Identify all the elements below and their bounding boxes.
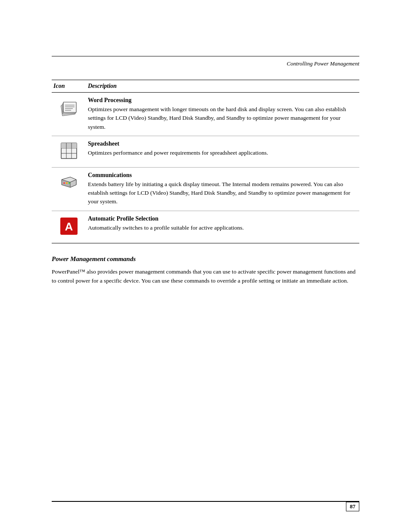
table-row: Spreadsheet Optimizes performance and po… xyxy=(52,136,359,167)
desc-title-auto-profile: Automatic Profile Selection xyxy=(88,215,358,222)
col-icon-header: Icon xyxy=(52,80,86,93)
desc-cell-word-processing: Word Processing Optimizes power manageme… xyxy=(86,93,359,136)
table-row: A Automatic Profile Selection Automatica… xyxy=(52,211,359,243)
svg-rect-2 xyxy=(63,102,76,112)
icon-cell-word-processing xyxy=(52,93,86,136)
svg-rect-12 xyxy=(61,143,77,148)
icon-table: Icon Description xyxy=(52,80,359,243)
desc-title-communications: Communications xyxy=(88,172,358,179)
communications-icon xyxy=(58,172,80,193)
col-desc-header: Description xyxy=(86,80,359,93)
desc-cell-auto-profile: Automatic Profile Selection Automaticall… xyxy=(86,211,359,243)
svg-point-18 xyxy=(63,182,65,184)
table-row: Word Processing Optimizes power manageme… xyxy=(52,93,359,136)
table-header-row: Icon Description xyxy=(52,80,359,93)
desc-title-word-processing: Word Processing xyxy=(88,97,358,104)
icon-cell-communications xyxy=(52,167,86,211)
desc-text-auto-profile: Automatically switches to a profile suit… xyxy=(88,224,244,231)
desc-text-word-processing: Optimizes power management with longer t… xyxy=(88,106,346,130)
icon-cell-auto-profile: A xyxy=(52,211,86,243)
auto-profile-icon: A xyxy=(58,215,80,237)
section-body: PowerPanel™ also provides power manageme… xyxy=(52,267,359,286)
table-row: Communications Extends battery life by i… xyxy=(52,167,359,211)
svg-point-20 xyxy=(68,182,70,184)
icon-cell-spreadsheet xyxy=(52,136,86,167)
page-header: Controlling Power Management xyxy=(286,60,359,67)
desc-title-spreadsheet: Spreadsheet xyxy=(88,140,358,147)
section-heading: Power Management commands xyxy=(52,255,359,263)
desc-cell-communications: Communications Extends battery life by i… xyxy=(86,167,359,211)
desc-text-spreadsheet: Optimizes performance and power requirem… xyxy=(88,149,268,156)
page-container: Controlling Power Management Icon Descri… xyxy=(0,0,411,532)
desc-cell-spreadsheet: Spreadsheet Optimizes performance and po… xyxy=(86,136,359,167)
word-processing-icon xyxy=(58,97,80,118)
header-title: Controlling Power Management xyxy=(286,60,359,67)
bottom-rule xyxy=(52,501,359,502)
content-area: Icon Description xyxy=(52,80,359,286)
svg-point-19 xyxy=(66,182,68,184)
page-number-box: 87 xyxy=(346,502,359,511)
spreadsheet-icon xyxy=(59,140,79,161)
page-number: 87 xyxy=(350,503,355,510)
desc-text-communications: Extends battery life by initiating a qui… xyxy=(88,181,350,205)
svg-text:A: A xyxy=(65,220,73,233)
top-rule xyxy=(52,56,359,56)
